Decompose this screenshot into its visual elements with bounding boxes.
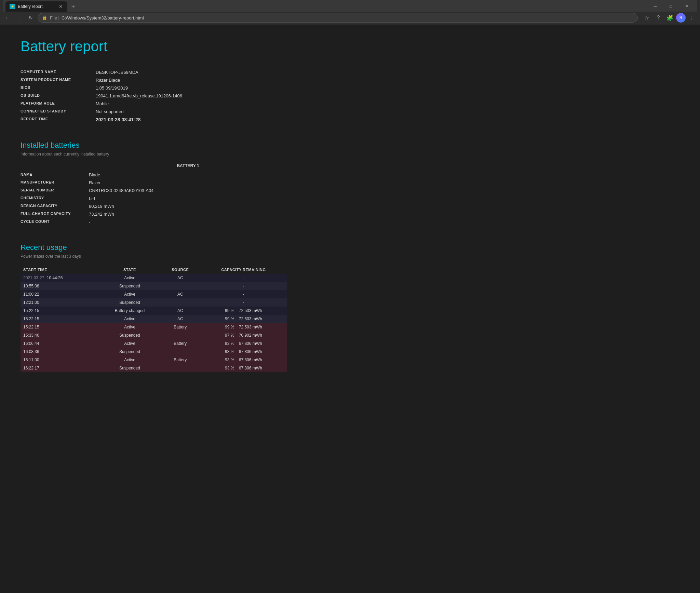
tab-close-button[interactable]: ✕ xyxy=(59,4,63,9)
tab-favicon: ⚡ xyxy=(10,4,15,9)
tab-bar: ⚡ Battery report ✕ + ─ □ ✕ xyxy=(3,0,697,12)
cell-capacity: 99 % 72,503 mWh xyxy=(200,307,287,315)
system-info-table: COMPUTER NAME DESKTOP-JB69MDA SYSTEM PRO… xyxy=(21,68,287,124)
cell-state: Battery changed xyxy=(99,307,160,315)
address-url: C:/Windows/System32/battery-report.html xyxy=(62,15,144,21)
page-content: Battery report COMPUTER NAME DESKTOP-JB6… xyxy=(0,25,308,386)
col-header-state: STATE xyxy=(99,266,160,274)
cell-state: Suspended xyxy=(99,348,160,356)
col-header-source: SOURCE xyxy=(161,266,200,274)
table-row: 11:00:22 Active AC - xyxy=(21,290,287,298)
cell-capacity: 93 % 67,806 mWh xyxy=(200,364,287,372)
cell-start-time: 16:08:36 xyxy=(21,348,99,356)
forward-button[interactable]: → xyxy=(14,13,24,23)
extensions-icon[interactable]: 🧩 xyxy=(664,12,675,23)
cell-capacity: - xyxy=(200,274,287,282)
value-system-product: Razer Blade xyxy=(96,78,120,83)
info-row-platform-role: PLATFORM ROLE Mobile xyxy=(21,100,287,108)
cell-source: AC xyxy=(161,307,200,315)
info-row-computer-name: COMPUTER NAME DESKTOP-JB69MDA xyxy=(21,68,287,76)
col-header-capacity: CAPACITY REMAINING xyxy=(200,266,287,274)
battery-details-table: BATTERY 1 NAME Blade MANUFACTURER Razer … xyxy=(21,163,287,226)
cell-source xyxy=(161,348,200,356)
cell-start-time: 10:55:08 xyxy=(21,282,99,290)
new-tab-button[interactable]: + xyxy=(68,2,78,12)
table-row: 15:22:15 Active AC 99 % 72,503 mWh xyxy=(21,315,287,323)
cell-source xyxy=(161,282,200,290)
cell-source xyxy=(161,331,200,339)
refresh-button[interactable]: ↻ xyxy=(26,13,36,23)
cell-source: AC xyxy=(161,315,200,323)
value-bios: 1.05 09/19/2019 xyxy=(96,85,128,91)
cell-state: Active xyxy=(99,356,160,364)
cell-source xyxy=(161,364,200,372)
menu-icon[interactable]: ⋮ xyxy=(686,12,697,23)
recent-usage-title: Recent usage xyxy=(21,243,287,252)
cell-state: Active xyxy=(99,274,160,282)
value-name: Blade xyxy=(89,171,287,179)
info-row-os-build: OS BUILD 19041.1.amd64fre.vb_release.191… xyxy=(21,92,287,100)
address-text: File |C:/Windows/System32/battery-report… xyxy=(50,15,633,21)
installed-batteries-subtitle: Information about each currently install… xyxy=(21,152,287,157)
cell-source: Battery xyxy=(161,356,200,364)
label-report-time: REPORT TIME xyxy=(21,117,82,122)
cell-source: Battery xyxy=(161,323,200,331)
table-row: 16:11:00 Active Battery 93 % 67,806 mWh xyxy=(21,356,287,364)
cell-capacity: 93 % 67,806 mWh xyxy=(200,348,287,356)
label-cycle-count: CYCLE COUNT xyxy=(21,218,89,226)
usage-table-body: 2021-03-27 10:44:26 Active AC - 10:55:08… xyxy=(21,274,287,372)
cell-start-time: 16:11:00 xyxy=(21,356,99,364)
help-icon[interactable]: ? xyxy=(653,12,664,23)
minimize-button[interactable]: ─ xyxy=(647,1,663,12)
cell-start-time: 15:33:46 xyxy=(21,331,99,339)
close-button[interactable]: ✕ xyxy=(679,1,695,12)
cell-state: Active xyxy=(99,290,160,298)
cell-state: Suspended xyxy=(99,282,160,290)
cell-capacity: - xyxy=(200,282,287,290)
cell-state: Suspended xyxy=(99,364,160,372)
back-button[interactable]: ← xyxy=(3,13,12,23)
address-bar[interactable]: 🔒 File |C:/Windows/System32/battery-repo… xyxy=(38,13,638,23)
recent-usage-section: Recent usage Power states over the last … xyxy=(21,243,287,372)
label-design-capacity: DESIGN CAPACITY xyxy=(21,202,89,210)
value-platform-role: Mobile xyxy=(96,101,109,106)
label-manufacturer: MANUFACTURER xyxy=(21,179,89,187)
toolbar-icons: ☆ ? 🧩 R ⋮ xyxy=(641,12,697,23)
label-full-charge: FULL CHARGE CAPACITY xyxy=(21,210,89,218)
cell-capacity: 93 % 67,806 mWh xyxy=(200,356,287,364)
cell-start-time: 15:22:15 xyxy=(21,315,99,323)
star-icon[interactable]: ☆ xyxy=(641,12,652,23)
usage-table-header: START TIME STATE SOURCE CAPACITY REMAINI… xyxy=(21,266,287,274)
cell-start-time: 15:22:15 xyxy=(21,307,99,315)
table-row: 15:22:15 Battery changed AC 99 % 72,503 … xyxy=(21,307,287,315)
recent-usage-subtitle: Power states over the last 3 days xyxy=(21,254,287,259)
address-bar-row: ← → ↻ 🔒 File |C:/Windows/System32/batter… xyxy=(0,11,700,25)
cell-start-time: 11:00:22 xyxy=(21,290,99,298)
value-connected-standby: Not supported xyxy=(96,109,124,114)
value-manufacturer: Razer xyxy=(89,179,287,187)
maximize-button[interactable]: □ xyxy=(663,1,679,12)
info-row-connected-standby: CONNECTED STANDBY Not supported xyxy=(21,108,287,116)
cell-source: AC xyxy=(161,290,200,298)
installed-batteries-section: Installed batteries Information about ea… xyxy=(21,141,287,226)
cell-state: Suspended xyxy=(99,298,160,307)
info-row-bios: BIOS 1.05 09/19/2019 xyxy=(21,84,287,92)
cell-state: Active xyxy=(99,323,160,331)
label-system-product: SYSTEM PRODUCT NAME xyxy=(21,78,82,83)
cell-start-time: 16:06:44 xyxy=(21,339,99,348)
cell-source: Battery xyxy=(161,339,200,348)
cell-capacity: - xyxy=(200,290,287,298)
battery-row-design-capacity: DESIGN CAPACITY 80,219 mWh xyxy=(21,202,287,210)
profile-avatar[interactable]: R xyxy=(676,13,686,23)
cell-capacity: 97 % 70,902 mWh xyxy=(200,331,287,339)
battery-row-full-charge: FULL CHARGE CAPACITY 73,242 mWh xyxy=(21,210,287,218)
cell-state: Suspended xyxy=(99,331,160,339)
value-report-time: 2021-03-28 08:41:28 xyxy=(96,117,141,122)
table-row: 15:22:15 Active Battery 99 % 72,503 mWh xyxy=(21,323,287,331)
browser-tab[interactable]: ⚡ Battery report ✕ xyxy=(5,1,67,12)
cell-capacity: 93 % 67,806 mWh xyxy=(200,339,287,348)
label-platform-role: PLATFORM ROLE xyxy=(21,101,82,106)
cell-capacity: 99 % 72,503 mWh xyxy=(200,315,287,323)
table-row: 10:55:08 Suspended - xyxy=(21,282,287,290)
cell-state: Active xyxy=(99,339,160,348)
